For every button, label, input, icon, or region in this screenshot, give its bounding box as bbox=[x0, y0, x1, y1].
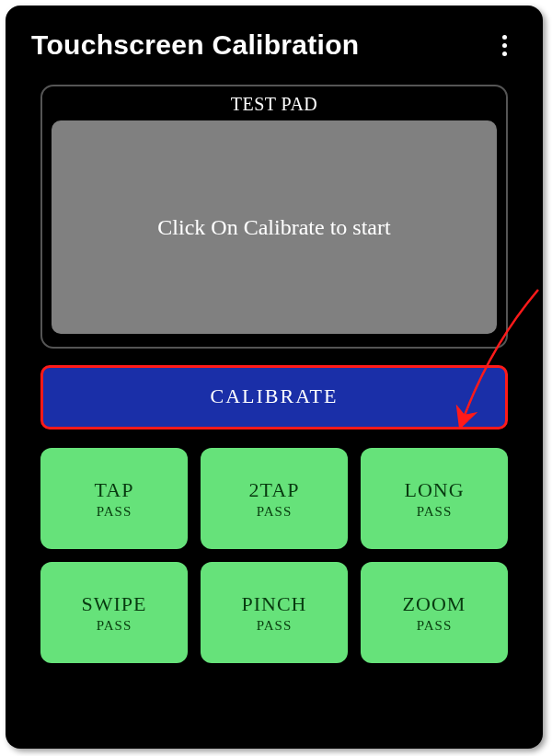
tile-status: PASS bbox=[417, 504, 452, 520]
test-pad-frame: TEST PAD Click On Calibrate to start bbox=[40, 85, 508, 349]
tile-pinch[interactable]: PINCH PASS bbox=[201, 562, 348, 663]
header-bar: Touchscreen Calibration bbox=[6, 6, 543, 68]
tile-title: ZOOM bbox=[403, 592, 466, 616]
tile-title: LONG bbox=[404, 478, 464, 502]
tile-2tap[interactable]: 2TAP PASS bbox=[201, 448, 348, 549]
tile-title: 2TAP bbox=[249, 478, 300, 502]
tile-status: PASS bbox=[257, 504, 292, 520]
test-pad[interactable]: Click On Calibrate to start bbox=[52, 120, 497, 334]
tile-tap[interactable]: TAP PASS bbox=[40, 448, 188, 549]
tile-zoom[interactable]: ZOOM PASS bbox=[361, 562, 508, 663]
test-pad-label: TEST PAD bbox=[52, 86, 497, 120]
tile-title: PINCH bbox=[241, 592, 306, 616]
calibrate-button[interactable]: CALIBRATE bbox=[40, 365, 508, 430]
tile-status: PASS bbox=[257, 618, 292, 634]
tile-swipe[interactable]: SWIPE PASS bbox=[40, 562, 188, 663]
tile-title: SWIPE bbox=[82, 592, 147, 616]
more-options-icon[interactable] bbox=[491, 32, 517, 58]
tile-title: TAP bbox=[95, 478, 134, 502]
tile-status: PASS bbox=[417, 618, 452, 634]
content-area: TEST PAD Click On Calibrate to start CAL… bbox=[6, 68, 543, 682]
calibrate-button-label: CALIBRATE bbox=[211, 384, 339, 408]
tile-status: PASS bbox=[97, 618, 132, 634]
tiles-grid: TAP PASS 2TAP PASS LONG PASS SWIPE PASS … bbox=[40, 448, 508, 663]
tile-status: PASS bbox=[97, 504, 132, 520]
app-screen: Touchscreen Calibration TEST PAD Click O… bbox=[6, 6, 543, 749]
page-title: Touchscreen Calibration bbox=[31, 29, 359, 61]
tile-long[interactable]: LONG PASS bbox=[361, 448, 508, 549]
test-pad-message: Click On Calibrate to start bbox=[157, 215, 390, 240]
